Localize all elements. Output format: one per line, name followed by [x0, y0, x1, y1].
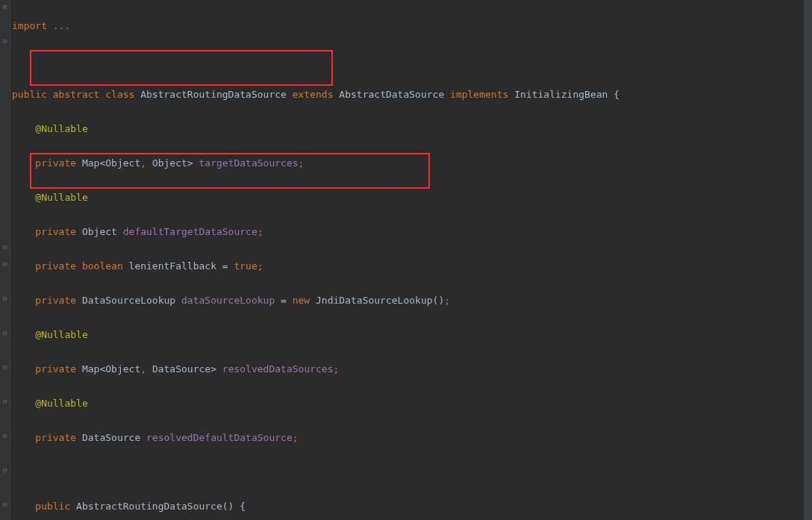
kw: private	[35, 295, 76, 306]
type: DataSourceLookup	[82, 295, 175, 306]
field: lenientFallback	[129, 260, 216, 272]
folded-ellipsis[interactable]: ...	[53, 20, 70, 31]
type: DataSource	[152, 363, 210, 375]
fold-icon[interactable]: ⊟	[1, 261, 8, 268]
kw: private	[35, 226, 76, 237]
kw: abstract	[53, 89, 100, 100]
kw: boolean	[82, 260, 123, 272]
type: DataSource	[82, 432, 140, 443]
kw: implements	[450, 89, 508, 100]
op: =	[281, 295, 287, 306]
type: AbstractDataSource	[339, 89, 444, 100]
fold-icon[interactable]: ⊞	[1, 4, 8, 10]
type: Object	[105, 363, 140, 375]
ctor: AbstractRoutingDataSource	[76, 501, 222, 512]
annotation: @Nullable	[35, 329, 87, 340]
field: resolvedDefaultDataSource	[146, 432, 293, 443]
field: resolvedDataSources	[222, 363, 334, 375]
fold-icon[interactable]: ⊟	[1, 330, 8, 336]
type: Map	[82, 157, 99, 169]
class-name: AbstractRoutingDataSource	[140, 89, 287, 100]
fold-icon[interactable]: ⊟	[1, 295, 8, 302]
field: defaultTargetDataSource	[123, 226, 257, 237]
fold-icon[interactable]: ⊟	[1, 244, 8, 251]
kw: new	[293, 295, 310, 306]
fold-icon[interactable]: ⊟	[1, 501, 8, 508]
annotation: @Nullable	[35, 192, 87, 203]
annotation: @Nullable	[35, 398, 87, 409]
fold-icon[interactable]: ⊟	[1, 364, 8, 371]
kw: class	[105, 89, 134, 100]
type: Object	[82, 226, 117, 237]
kw: private	[35, 157, 76, 169]
kw: public	[12, 89, 47, 100]
kw: private	[35, 363, 76, 375]
fold-icon[interactable]: ⊟	[1, 433, 8, 439]
annotation: @Nullable	[35, 123, 87, 134]
kw: public	[35, 501, 70, 512]
kw: true	[234, 260, 257, 272]
code-editor[interactable]: import ... public abstract class Abstrac…	[12, 0, 791, 520]
field: dataSourceLookup	[181, 295, 275, 306]
editor-marker-stripe[interactable]	[803, 0, 812, 520]
kw: private	[35, 260, 76, 272]
fold-icon[interactable]: ⊟	[1, 38, 8, 45]
type: InitializingBean	[514, 89, 608, 100]
brace: {	[613, 89, 619, 100]
type: Object	[152, 157, 187, 169]
kw: private	[35, 432, 76, 443]
fold-icon[interactable]: ⊟	[1, 467, 8, 474]
keyword-import: import	[12, 20, 47, 31]
kw: extends	[293, 89, 334, 100]
op: =	[222, 260, 228, 272]
fold-icon[interactable]: ⊟	[1, 398, 8, 405]
field: targetDataSources	[199, 157, 299, 169]
type: JndiDataSourceLookup	[316, 295, 433, 306]
type: Object	[105, 157, 140, 169]
editor-gutter: ⊞ ⊟ ⊟ ⊟ ⊟ ⊟ ⊟ ⊟ ⊟ ⊟ ⊟	[0, 0, 10, 520]
type: Map	[82, 363, 99, 375]
